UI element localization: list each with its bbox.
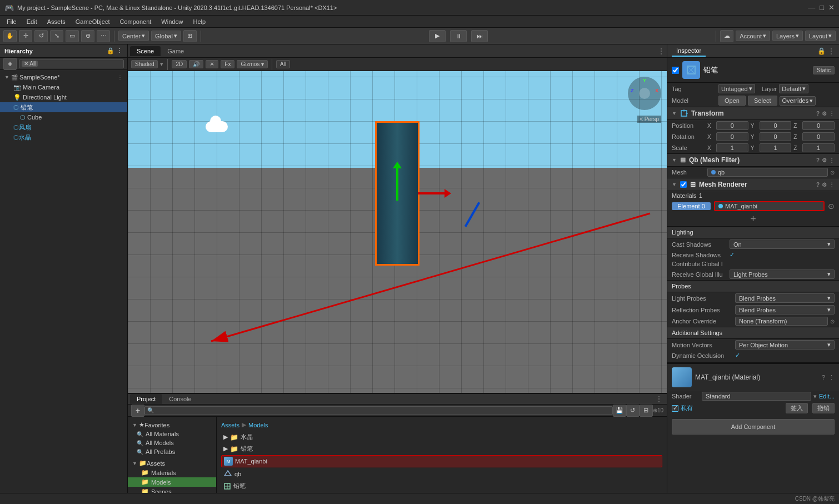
receive-global-dropdown[interactable]: Light Probes ▾ (730, 270, 835, 279)
file-item-pencil-folder[interactable]: ▶ 📁 铅笔 (221, 443, 662, 454)
anchor-pick-icon[interactable]: ⊙ (830, 318, 835, 325)
tab-console[interactable]: Console (162, 394, 198, 404)
material-menu-icon[interactable]: ⋮ (828, 374, 835, 381)
material-help-icon[interactable]: ? (822, 374, 825, 381)
mesh-renderer-checkbox[interactable] (680, 181, 687, 188)
play-button[interactable]: ▶ (429, 30, 446, 42)
transform-help-icon[interactable]: ? (816, 111, 820, 117)
transform-menu-icon[interactable]: ⋮ (829, 111, 835, 117)
tag-dropdown[interactable]: Untagged ▾ (718, 84, 755, 93)
inspector-lock-icon[interactable]: 🔒 (817, 47, 826, 55)
proj-models[interactable]: 📁 Models (128, 477, 216, 487)
hierarchy-item-pencil[interactable]: ⬡ 铅笔 (0, 102, 127, 112)
mesh-renderer-section[interactable]: ▼ ⊞ Mesh Renderer ? ⚙ ⋮ (667, 178, 839, 191)
rot-y-input[interactable]: 0 (760, 132, 792, 141)
hierarchy-item-samplescene[interactable]: ▼ 🎬 SampleScene* ⋮ (0, 72, 127, 82)
hierarchy-item-cube[interactable]: ⬡ Cube (0, 112, 127, 122)
snap-btn[interactable]: ⊞ (183, 30, 197, 42)
scene-gizmo[interactable]: X Y Z (628, 77, 661, 110)
menu-help[interactable]: Help (188, 17, 210, 26)
mesh-renderer-gear-icon[interactable]: ⚙ (822, 182, 827, 188)
menu-file[interactable]: File (2, 17, 21, 26)
scene-menu-icon[interactable]: ⋮ (117, 74, 123, 81)
menu-component[interactable]: Component (115, 17, 156, 26)
filter-btn[interactable]: ⊞ (640, 405, 653, 417)
minimize-button[interactable]: — (808, 3, 815, 12)
hierarchy-item-main-camera[interactable]: 📷 Main Camera (0, 82, 127, 92)
add-asset-btn[interactable]: + (131, 405, 144, 417)
select-button[interactable]: Select (748, 96, 777, 106)
title-controls[interactable]: — □ ✕ (808, 3, 835, 12)
edit-shader-button[interactable]: Edit... (819, 393, 835, 400)
pos-x-input[interactable]: 0 (716, 121, 748, 130)
tab-scene[interactable]: Scene (130, 46, 161, 56)
light-probes-dropdown[interactable]: Blend Probes ▾ (735, 293, 835, 303)
mesh-filter-gear-icon[interactable]: ⚙ (822, 157, 827, 163)
assets-header[interactable]: ▼ 📁 Assets (128, 458, 216, 468)
static-dropdown[interactable]: Static (813, 66, 835, 74)
shaded-dropdown[interactable]: Shaded (131, 60, 158, 68)
layer-dropdown[interactable]: Default ▾ (779, 84, 808, 93)
favorites-header[interactable]: ▼ ★ Favorites (128, 420, 216, 430)
private-checkbox[interactable]: ✓ (672, 405, 678, 412)
add-component-button[interactable]: Add Component (672, 419, 835, 435)
hierarchy-add-btn[interactable]: + (3, 58, 17, 70)
cast-shadows-dropdown[interactable]: On ▾ (730, 239, 835, 249)
rotate-tool-btn[interactable]: ↺ (34, 30, 48, 42)
file-item-qb-mesh[interactable]: qb (221, 468, 662, 480)
open-button[interactable]: Open (718, 96, 746, 106)
fx-btn[interactable]: Fx (221, 60, 234, 68)
file-item-mat-qianbi[interactable]: M MAT_qianbi (221, 455, 662, 467)
anchor-override-field[interactable]: None (Transform) (735, 317, 828, 326)
hand-tool-btn[interactable]: ✋ (3, 30, 17, 42)
menu-edit[interactable]: Edit (22, 17, 42, 26)
mesh-renderer-help-icon[interactable]: ? (816, 182, 820, 188)
motion-vectors-dropdown[interactable]: Per Object Motion ▾ (735, 340, 835, 350)
center-dropdown[interactable]: Center ▾ (118, 31, 149, 41)
save-btn[interactable]: 💾 (613, 405, 626, 417)
add-element-btn[interactable]: + (750, 213, 756, 225)
transform-section[interactable]: ▼ Transform ? ⚙ ⋮ (667, 107, 839, 120)
transform-gear-icon[interactable]: ⚙ (822, 111, 827, 117)
pos-z-input[interactable]: 0 (802, 121, 835, 130)
mesh-filter-section[interactable]: ▼ ⊞ Qb (Mesh Filter) ? ⚙ ⋮ (667, 153, 839, 167)
rect-tool-btn[interactable]: ▭ (66, 30, 79, 42)
layout-dropdown[interactable]: Layout ▾ (805, 31, 836, 41)
menu-window[interactable]: Window (157, 17, 187, 26)
mesh-pick-icon[interactable]: ⊙ (830, 169, 835, 176)
proj-all-models[interactable]: 🔍 All Models (128, 438, 216, 447)
all-label[interactable]: All (276, 60, 290, 68)
obj-active-checkbox[interactable] (672, 67, 679, 74)
hierarchy-lock-icon[interactable]: 🔒 (107, 47, 114, 54)
lighting-section[interactable]: Lighting (667, 226, 839, 238)
element-0-value[interactable]: MAT_qianbi (714, 201, 825, 211)
account-dropdown[interactable]: Account ▾ (736, 31, 770, 41)
hierarchy-search[interactable]: ✕ All (19, 59, 124, 68)
checkin-button[interactable]: 签入 (786, 403, 808, 413)
scale-y-input[interactable]: 1 (760, 143, 792, 152)
mesh-filter-help-icon[interactable]: ? (816, 157, 820, 163)
scale-z-input[interactable]: 1 (802, 143, 835, 152)
close-button[interactable]: ✕ (828, 3, 835, 12)
maximize-button[interactable]: □ (820, 3, 824, 12)
hierarchy-item-directional-light[interactable]: 💡 Directional Light (0, 92, 127, 102)
custom-tool-btn[interactable]: ⋯ (97, 30, 110, 42)
mesh-renderer-menu-icon[interactable]: ⋮ (829, 182, 835, 188)
mesh-filter-menu-icon[interactable]: ⋮ (829, 157, 835, 163)
hierarchy-tab[interactable]: Hierarchy (4, 48, 33, 54)
layers-dropdown[interactable]: Layers ▾ (772, 31, 803, 41)
additional-settings-section[interactable]: Additional Settings (667, 327, 839, 339)
pencil-3d-object[interactable]: ✦ (375, 99, 420, 266)
hierarchy-item-fan[interactable]: ⬡ 风扇 (0, 122, 127, 132)
collab-btn[interactable]: ☁ (720, 30, 733, 42)
transform-tool-btn[interactable]: ⊕ (81, 30, 94, 42)
tab-project[interactable]: Project (130, 394, 162, 404)
element-pick-icon[interactable]: ⊙ (828, 202, 835, 211)
reflection-probes-dropdown[interactable]: Blend Probes ▾ (735, 305, 835, 315)
global-dropdown[interactable]: Global ▾ (151, 31, 181, 41)
probes-section[interactable]: Probes (667, 280, 839, 292)
inspector-menu-icon[interactable]: ⋮ (828, 47, 835, 55)
scale-x-input[interactable]: 1 (716, 143, 748, 152)
tab-game[interactable]: Game (161, 46, 191, 56)
bottom-panel-menu-icon[interactable]: ⋮ (656, 395, 662, 403)
